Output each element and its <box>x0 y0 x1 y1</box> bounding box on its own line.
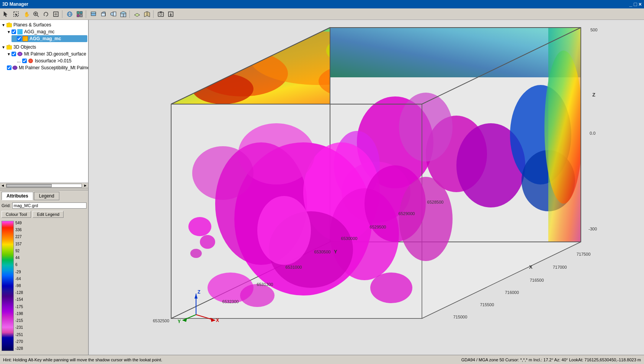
tree-area: ▼ Planes & Surfaces ▼ AGG_mag_mc <box>0 20 88 183</box>
svg-text:6531300: 6531300 <box>257 282 273 287</box>
maximize-btn[interactable]: □ <box>634 2 637 7</box>
svg-rect-17 <box>77 15 79 17</box>
edit-legend-btn[interactable]: Edit Legend <box>33 211 64 218</box>
svg-rect-20 <box>91 12 96 13</box>
svg-point-43 <box>18 53 21 55</box>
svg-text:715000: 715000 <box>453 315 467 319</box>
svg-marker-63 <box>330 28 581 77</box>
close-btn[interactable]: × <box>639 2 642 7</box>
agg-parent-check[interactable] <box>11 29 16 34</box>
svg-text:716000: 716000 <box>505 290 519 295</box>
agg-expand-icon[interactable]: ▼ <box>7 30 11 34</box>
zoom-extent-btn[interactable] <box>51 10 60 19</box>
scroll-left-btn[interactable]: ◄ <box>0 183 5 188</box>
svg-point-88 <box>257 196 311 265</box>
scroll-right-btn[interactable]: ► <box>83 183 88 188</box>
svg-marker-2 <box>15 13 18 16</box>
cube-front-btn[interactable] <box>99 10 108 19</box>
colour-tool-btn[interactable]: Colour Tool <box>2 211 31 218</box>
plane-btn[interactable] <box>132 10 142 19</box>
svg-text:Y: Y <box>334 249 337 255</box>
agg-child-row: AGG_mag_mc <box>6 35 87 42</box>
agg-parent-item[interactable]: ▼ AGG_mag_mc <box>6 28 87 35</box>
svg-text:6530500: 6530500 <box>314 250 331 254</box>
svg-rect-40 <box>7 46 12 49</box>
legend-val-9: -98 <box>15 284 23 288</box>
mt-palmer-check[interactable] <box>11 52 16 56</box>
agg-parent-icon <box>17 29 23 35</box>
mt-palmer-item[interactable]: ▼ Mt Palmer 3D.geosoft_surface <box>6 51 87 57</box>
svg-marker-29 <box>134 13 140 16</box>
section-btn[interactable] <box>142 10 152 19</box>
svg-text:6529500: 6529500 <box>370 225 386 229</box>
tree-scroll-thumb[interactable] <box>7 184 52 187</box>
cursor-tool-btn[interactable] <box>2 10 11 19</box>
tree-scroll-track[interactable] <box>6 184 82 188</box>
svg-text:0.0: 0.0 <box>590 131 595 135</box>
rotate-btn[interactable] <box>41 10 51 19</box>
legend-val-17: -270 <box>15 340 23 344</box>
tree-scrollbar[interactable]: ◄ ► <box>0 183 88 188</box>
legend-val-4: 92 <box>15 249 23 253</box>
agg-child-check[interactable] <box>17 36 21 41</box>
sep3 <box>129 10 131 18</box>
svg-point-92 <box>192 146 253 200</box>
mt-palmer-expand[interactable]: ▼ <box>7 52 11 56</box>
btn-row: Colour Tool Edit Legend <box>2 211 87 218</box>
select-tool-btn[interactable] <box>11 10 21 19</box>
svg-text:X: X <box>216 318 219 323</box>
grid-label: Grid: <box>2 203 11 208</box>
attributes-tab[interactable]: Attributes <box>2 192 33 200</box>
sep1 <box>62 10 64 18</box>
status-coords: GDA94 / MGA zone 50 Cursor: *,*,* m Incl… <box>461 357 641 362</box>
susceptibility-item[interactable]: Mt Palmer Susceptibility_Mt Palmer Su <box>6 64 87 71</box>
legend-val-18: -328 <box>15 346 23 351</box>
susc-check[interactable] <box>7 65 11 70</box>
3d-objects-header[interactable]: ▼ 3D Objects <box>1 44 87 51</box>
agg-child-item[interactable]: AGG_mag_mc <box>11 35 87 42</box>
svg-text:Y: Y <box>178 319 181 324</box>
expand-icon[interactable]: ▼ <box>2 23 6 27</box>
attr-tabs: Attributes Legend <box>2 192 87 200</box>
svg-text:6529000: 6529000 <box>399 211 415 216</box>
agg-child-label: AGG_mag_mc <box>29 36 61 41</box>
planes-surfaces-header[interactable]: ▼ Planes & Surfaces <box>1 21 87 28</box>
zoom-in-btn[interactable] <box>31 10 41 19</box>
svg-rect-18 <box>80 15 82 17</box>
grid3d-btn[interactable] <box>75 10 84 19</box>
legend-tab[interactable]: Legend <box>34 192 59 200</box>
svg-text:-300: -300 <box>588 227 597 231</box>
minimize-btn[interactable]: _ <box>629 2 633 7</box>
viewport[interactable]: 6532500 6532300 6531300 6531000 6530500 … <box>89 20 644 355</box>
globe-btn[interactable] <box>65 10 74 19</box>
svg-text:717000: 717000 <box>553 265 567 269</box>
grid-input[interactable] <box>12 202 87 209</box>
screenshot-btn[interactable] <box>156 10 165 19</box>
svg-point-87 <box>240 284 275 307</box>
svg-point-67 <box>399 93 453 162</box>
svg-marker-24 <box>111 12 113 16</box>
pan-tool-btn[interactable]: ✋ <box>21 10 31 19</box>
3d-folder-icon <box>6 44 12 50</box>
svg-rect-16 <box>80 11 82 14</box>
svg-rect-25 <box>113 12 116 16</box>
svg-rect-27 <box>121 14 123 17</box>
export-btn[interactable] <box>166 10 175 19</box>
isosurface-item[interactable]: ... Isosurface >0.015 <box>11 57 87 64</box>
layer3d-btn[interactable] <box>89 10 98 19</box>
legend-val-8: -64 <box>15 277 23 281</box>
svg-point-90 <box>399 177 453 261</box>
legend-val-14: -215 <box>15 318 23 323</box>
svg-text:6531000: 6531000 <box>286 265 302 269</box>
titlebar-controls[interactable]: _ □ × <box>629 2 642 7</box>
agg-parent-label: AGG_mag_mc <box>24 29 54 34</box>
svg-text:Z: Z <box>198 289 200 295</box>
isosurface-check[interactable] <box>22 59 27 63</box>
planes-surfaces-group: ▼ Planes & Surfaces ▼ AGG_mag_mc <box>1 21 87 43</box>
legend-val-16: -251 <box>15 333 23 337</box>
cube-left-btn[interactable] <box>109 10 118 19</box>
svg-point-44 <box>13 66 17 70</box>
svg-rect-38 <box>7 23 12 27</box>
3d-expand-icon[interactable]: ▼ <box>2 45 6 49</box>
cube-top-btn[interactable] <box>119 10 128 19</box>
